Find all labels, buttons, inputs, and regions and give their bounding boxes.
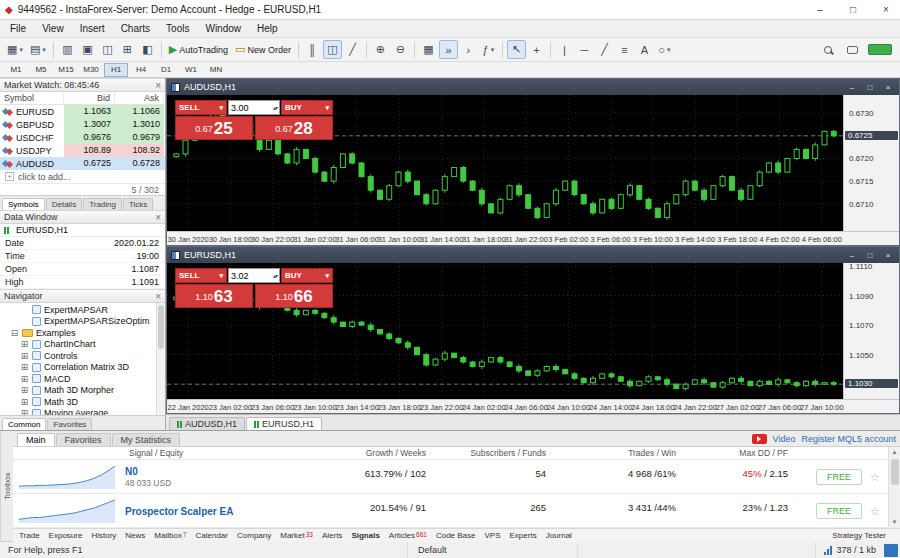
menu-insert[interactable]: Insert [72,21,113,36]
expander-icon[interactable]: ⊞ [20,351,29,361]
favorite-star-icon[interactable]: ☆ [862,494,888,528]
line-chart-type-button[interactable]: ╱ [343,40,362,59]
sell-button[interactable]: SELL▾ [175,268,227,283]
indicators-button[interactable]: ƒ▾ [479,40,498,59]
navigator-item-chartinchart[interactable]: ⊞ChartInChart [0,339,165,351]
timeframe-m30[interactable]: M30 [79,63,103,77]
profiles-button[interactable]: ▤▾ [27,40,49,59]
menu-window[interactable]: Window [197,21,249,36]
tab-alerts[interactable]: Alerts [322,531,342,540]
vertical-line-tool-button[interactable]: | [555,40,574,59]
profile-name[interactable]: Default [408,542,578,558]
tab-signals[interactable]: Signals [351,531,379,540]
menu-help[interactable]: Help [249,21,286,36]
maximize-button[interactable]: □ [839,4,867,15]
navigator-scrollbar[interactable] [156,303,165,415]
tab-calendar[interactable]: Calendar [196,531,228,540]
expander-icon[interactable]: ⊞ [20,385,29,395]
toolbox-toggle[interactable]: ⊞ [118,40,137,59]
tab-trading[interactable]: Trading [83,198,122,210]
tab-trade[interactable]: Trade [19,531,40,540]
expander-icon[interactable]: ⊞ [20,408,29,415]
trendline-tool-button[interactable]: ╱ [595,40,614,59]
market-watch-row-gbpusd[interactable]: GBPUSD1.30071.3010 [0,118,165,131]
navigator-toggle[interactable]: ◫ [98,40,117,59]
chart-minimize-icon[interactable]: – [845,251,859,260]
chart-tab-audusd-h1[interactable]: AUDUSD,H1 [169,417,245,430]
buy-button[interactable]: BUY▾ [281,268,333,283]
tab-news[interactable]: News [125,531,145,540]
tab-code-base[interactable]: Code Base [436,531,476,540]
chart-shift-toggle[interactable]: › [459,40,478,59]
tab-main[interactable]: Main [17,433,55,446]
expander-icon[interactable]: ⊟ [10,328,19,338]
strategy-tester-toggle[interactable]: ◧ [138,40,157,59]
horizontal-line-tool-button[interactable]: ─ [575,40,594,59]
navigator-item-expertmapsarsizeoptim[interactable]: ExpertMAPSARSizeOptim [0,316,165,328]
navigator-item-moving-average[interactable]: ⊞Moving Average [0,408,165,416]
autotrading-toggle[interactable]: ▶AutoTrading [166,40,231,59]
volume-input[interactable]: 3.02▴▾ [228,268,280,283]
signal-row[interactable]: N048 033 USD613.79% / 102544 968 /61%45%… [13,460,900,494]
tab-favorites[interactable]: Favorites [47,418,92,430]
timeframe-h4[interactable]: H4 [129,63,153,77]
expander-icon[interactable]: ⊞ [20,362,29,372]
zoom-in-button[interactable]: ⊕ [371,40,390,59]
timeframe-mn[interactable]: MN [204,63,228,77]
toolbox-scrollbar[interactable]: ▲ ▼ [888,447,900,527]
free-button[interactable]: FREE [816,503,862,519]
scroll-thumb[interactable] [158,305,164,349]
menu-file[interactable]: File [2,21,34,36]
tab-journal[interactable]: Journal [546,531,572,540]
tab-vps[interactable]: VPS [485,531,501,540]
chart-minimize-icon[interactable]: – [845,83,859,92]
zoom-out-button[interactable]: ⊖ [391,40,410,59]
scroll-thumb[interactable] [891,459,899,485]
favorite-star-icon[interactable]: ☆ [862,460,888,494]
market-watch-row-usdjpy[interactable]: USDJPY108.89108.92 [0,144,165,157]
timeframe-m15[interactable]: M15 [54,63,78,77]
scroll-down-icon[interactable]: ▼ [892,517,898,527]
market-watch-toggle[interactable]: ▥ [58,40,77,59]
minimize-button[interactable]: – [806,4,834,15]
sell-price-button[interactable]: 1.1063 [175,284,253,308]
signal-name-link[interactable]: N0 [125,466,290,477]
chart-titlebar[interactable]: AUDUSD,H1 – □ × [167,79,899,95]
tab-history[interactable]: History [91,531,116,540]
tab-mailbox[interactable]: Mailbox7 [154,531,186,540]
timeframe-w1[interactable]: W1 [179,63,203,77]
market-watch-row-audusd[interactable]: AUDUSD0.67250.6728 [0,157,165,170]
buy-price-button[interactable]: 0.6728 [255,116,333,140]
tab-common[interactable]: Common [2,418,46,430]
sell-price-button[interactable]: 0.6725 [175,116,253,140]
text-tool-button[interactable]: A [635,40,654,59]
navigator-item-controls[interactable]: ⊞Controls [0,350,165,362]
candlestick-chart-type-button[interactable]: ◫ [323,40,342,59]
tab-exposure[interactable]: Exposure [49,531,83,540]
timeframe-d1[interactable]: D1 [154,63,178,77]
chart-maximize-icon[interactable]: □ [863,83,877,92]
expander-icon[interactable]: ⊞ [20,339,29,349]
sell-button[interactable]: SELL▾ [175,100,227,115]
buy-price-button[interactable]: 1.1066 [255,284,333,308]
signal-name-link[interactable]: Prospector Scalper EA [125,506,290,517]
new-chart-button[interactable]: ▦▾ [4,40,26,59]
expander-icon[interactable]: ⊞ [20,397,29,407]
timeframe-h1[interactable]: H1 [104,63,128,77]
navigator-item-math-3d-morpher[interactable]: ⊞Math 3D Morpher [0,385,165,397]
cursor-tool-button[interactable]: ↖ [507,40,526,59]
tab-experts[interactable]: Experts [510,531,537,540]
tab-articles[interactable]: Articles661 [389,531,427,540]
crosshair-tool-button[interactable]: + [527,40,546,59]
tab-ticks[interactable]: Ticks [123,198,153,210]
new-order-button[interactable]: ▭New Order [232,40,294,59]
expander-icon[interactable]: ⊞ [20,374,29,384]
search-button[interactable] [818,40,837,59]
bar-chart-type-button[interactable]: ║ [303,40,322,59]
tile-windows-button[interactable]: ▦ [419,40,438,59]
close-button[interactable]: × [872,4,900,15]
scroll-up-icon[interactable]: ▲ [892,447,898,457]
tab-market[interactable]: Market33 [280,531,313,540]
chart-close-icon[interactable]: × [881,251,895,260]
shapes-tool-button[interactable]: ○▾ [655,40,674,59]
